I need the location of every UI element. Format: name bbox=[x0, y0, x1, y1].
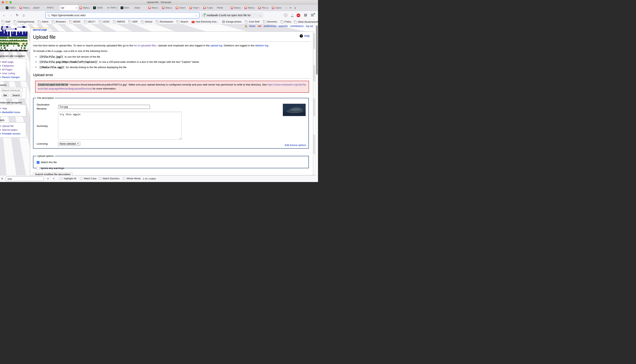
scroll-tabs-right-icon[interactable]: › bbox=[286, 6, 287, 9]
destination-filename-input[interactable] bbox=[58, 105, 150, 109]
bookmark-item[interactable]: N6RSS bbox=[113, 20, 125, 23]
search-bar[interactable]: + mediawiki Could not open lock file for… bbox=[201, 12, 263, 18]
pocket-icon[interactable] bbox=[284, 14, 287, 17]
personal-link[interactable]: watchlist bbox=[279, 25, 288, 28]
list-of-uploaded-files-link[interactable]: list of uploaded files bbox=[134, 44, 156, 47]
sidebar-nav-item[interactable]: User Listing bbox=[0, 72, 25, 75]
bookmark-item[interactable]: Cool Stuff bbox=[245, 20, 259, 23]
browser-tab[interactable]: PHP 8 × bbox=[46, 5, 60, 10]
bookmark-item[interactable]: UCSC bbox=[99, 20, 110, 23]
highlight-all-checkbox[interactable]: Highlight All bbox=[60, 177, 76, 180]
browser-tab[interactable]: Fatal e × bbox=[188, 5, 202, 10]
browser-tab[interactable]: AMEX × bbox=[5, 5, 18, 10]
browser-tab[interactable]: Manua × bbox=[147, 5, 161, 10]
browser-tab[interactable]: Index × bbox=[133, 5, 147, 10]
sidebar-nav-item[interactable]: All Pages bbox=[0, 68, 25, 71]
help-link[interactable]: ? Help bbox=[300, 34, 310, 38]
browser-tab[interactable]: File up × bbox=[257, 5, 271, 10]
sidebar-nav-item[interactable]: Main page bbox=[0, 60, 25, 63]
personal-link[interactable]: Hiram bbox=[249, 25, 255, 28]
sidebar-mw-item[interactable]: Help bbox=[0, 107, 25, 110]
other-bookmarks[interactable]: Other Bookmarks bbox=[294, 20, 316, 23]
bookmark-item[interactable]: Admin bbox=[38, 20, 48, 23]
url-text[interactable]: https://genomewiki.ucsc.edu/ bbox=[51, 14, 193, 17]
close-findbar-icon[interactable]: × bbox=[1, 177, 3, 181]
forward-button[interactable]: → bbox=[9, 13, 13, 18]
browser-tab[interactable]: Prefer × bbox=[216, 5, 229, 10]
reload-button[interactable]: ↻ bbox=[15, 13, 20, 18]
bookmark-item[interactable]: How Electricity Actu... bbox=[192, 20, 218, 23]
back-button[interactable]: ← bbox=[2, 13, 7, 18]
sidebar-nav-item[interactable]: Recent changes bbox=[0, 76, 25, 78]
adblock-icon[interactable]: ABP bbox=[297, 14, 300, 17]
search-go-arrow-icon[interactable]: → bbox=[259, 14, 262, 17]
browser-tab[interactable]: Uploa × bbox=[271, 5, 284, 10]
sidebar-tools-item[interactable]: Upload file bbox=[0, 124, 25, 128]
browser-tab[interactable]: Manua × bbox=[78, 5, 92, 10]
tab-close-icon[interactable]: × bbox=[76, 7, 77, 9]
browser-tab[interactable]: phpinf × bbox=[32, 5, 46, 10]
sidebar-tools-item[interactable]: Printable version bbox=[0, 132, 25, 135]
resize-grip[interactable] bbox=[180, 138, 181, 140]
bookmark-item[interactable]: GarbageSweep bbox=[14, 20, 34, 23]
whole-words-checkbox[interactable]: Whole Words bbox=[123, 177, 141, 180]
scroll-tabs-left-icon[interactable]: ‹ bbox=[1, 6, 5, 9]
search-query-text[interactable]: mediawiki Could not open lock file for bbox=[207, 14, 257, 17]
match-case-checkbox[interactable]: Match Case bbox=[80, 177, 97, 180]
bookmark-item[interactable]: NEWS bbox=[70, 20, 81, 23]
sidebar-go-button[interactable]: Go bbox=[2, 94, 9, 97]
bookmark-item[interactable]: Search bbox=[177, 20, 188, 23]
sidebar-mw-item[interactable]: MediaWiki home bbox=[0, 111, 25, 114]
licensing-select[interactable]: None selected▼ bbox=[58, 142, 80, 146]
menu-icon[interactable] bbox=[311, 14, 315, 18]
browser-tab[interactable]: SARS × bbox=[92, 5, 106, 10]
browser-tab[interactable]: Downl × bbox=[175, 5, 188, 10]
sidebar-nav-item[interactable]: Categories bbox=[0, 64, 25, 67]
watch-this-file-checkbox[interactable] bbox=[37, 161, 40, 164]
bookmarks-overflow-icon[interactable]: » bbox=[290, 20, 291, 23]
bookmark-item[interactable]: Staff bbox=[2, 20, 10, 23]
browser-tab[interactable]: DNA × bbox=[120, 5, 133, 10]
summary-textarea[interactable]: try this again bbox=[58, 112, 182, 140]
browser-tab[interactable]: Manua × bbox=[18, 5, 32, 10]
personal-link[interactable]: preferences bbox=[264, 25, 276, 28]
personal-link[interactable]: log out bbox=[306, 25, 313, 28]
sidebar-search-button[interactable]: Search bbox=[10, 94, 22, 97]
sidebar-tools-item[interactable]: Special pages bbox=[0, 128, 25, 131]
list-all-tabs-icon[interactable]: ∨ bbox=[294, 6, 296, 9]
go-arrow-icon[interactable]: → bbox=[195, 14, 197, 17]
vertical-scrollbar[interactable] bbox=[315, 24, 318, 175]
browser-tab[interactable]: Manua × bbox=[229, 5, 243, 10]
new-tab-button[interactable]: + bbox=[290, 6, 292, 10]
edit-license-options-link[interactable]: Edit license options bbox=[285, 143, 306, 147]
bookmark-item[interactable]: Genomes bbox=[263, 20, 277, 23]
browser-tab[interactable]: Manua × bbox=[161, 5, 175, 10]
bookmark-item[interactable]: SDR bbox=[129, 20, 138, 23]
personal-link[interactable]: contributions bbox=[290, 25, 304, 28]
zoom-window-button[interactable] bbox=[9, 1, 12, 4]
wiki-logo-image[interactable] bbox=[0, 26, 28, 51]
personal-link[interactable]: talk bbox=[258, 25, 261, 28]
bookmark-item[interactable]: Browsers bbox=[52, 20, 66, 23]
bookmark-item[interactable]: HELP ! bbox=[84, 20, 95, 23]
find-previous-icon[interactable]: ∧ bbox=[47, 177, 49, 180]
special-page-tab[interactable]: special page bbox=[31, 28, 49, 32]
home-button[interactable]: ⌂ bbox=[21, 13, 26, 18]
upload-log-link[interactable]: upload log bbox=[210, 44, 222, 47]
sidebar-search-input[interactable] bbox=[1, 88, 22, 92]
browser-tab[interactable]: Manua × bbox=[243, 5, 257, 10]
minimize-window-button[interactable] bbox=[6, 1, 8, 4]
browser-tab[interactable]: PHP O × bbox=[106, 5, 120, 10]
match-diacritics-checkbox[interactable]: Match Diacritics bbox=[99, 177, 120, 180]
browser-tab[interactable]: A data × bbox=[202, 5, 216, 10]
download-icon[interactable] bbox=[290, 13, 294, 17]
bookmark-item[interactable]: School bbox=[141, 20, 152, 23]
find-input[interactable] bbox=[6, 176, 44, 181]
close-window-button[interactable] bbox=[2, 1, 4, 4]
find-next-icon[interactable]: ∨ bbox=[53, 177, 55, 180]
bookmark-item[interactable]: Shockwaves bbox=[156, 20, 173, 23]
browser-tab[interactable]: Upl × bbox=[60, 5, 78, 10]
deletion-log-link[interactable]: deletion log bbox=[255, 44, 268, 47]
ignore-warnings-checkbox[interactable] bbox=[37, 167, 40, 170]
library-icon[interactable] bbox=[304, 13, 308, 17]
